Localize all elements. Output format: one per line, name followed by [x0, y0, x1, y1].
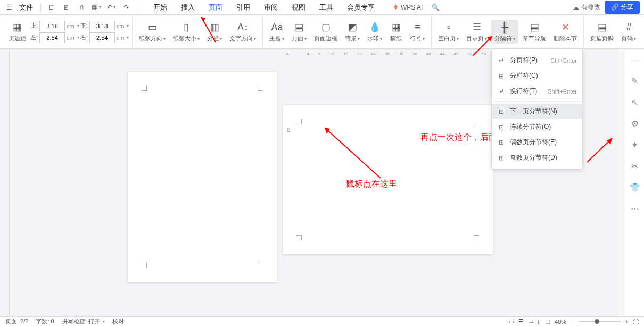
cursor-icon[interactable]: ↖: [630, 97, 640, 107]
cover-button[interactable]: ▤封面▾: [288, 20, 310, 44]
tab-start[interactable]: 开始: [147, 1, 174, 14]
ruler-tick: 52: [467, 52, 472, 56]
search-icon[interactable]: 🔍: [429, 1, 442, 14]
draft-button[interactable]: ▦稿纸: [386, 20, 406, 44]
cut-icon[interactable]: ✂: [630, 161, 640, 171]
adjust-icon[interactable]: ⚙: [630, 118, 640, 129]
view-mode-icon[interactable]: ▯: [538, 318, 541, 325]
zoom-slider[interactable]: [579, 321, 621, 322]
watermark-label: 水印▾: [367, 35, 382, 43]
oddpage-icon: ⊞: [497, 154, 506, 162]
dropdown-item-nextpage-section[interactable]: ⊟ 下一页分节符(N): [492, 104, 582, 119]
item-shortcut: Ctrl+Enter: [550, 57, 577, 64]
tab-review[interactable]: 审阅: [258, 1, 284, 14]
undo-icon[interactable]: ↶▾: [105, 1, 118, 14]
minus-icon[interactable]: —: [630, 54, 640, 65]
delete-section-button[interactable]: ✕删除本节: [550, 20, 580, 44]
view-mode-icon[interactable]: ☰: [518, 318, 524, 325]
toc-button[interactable]: ☰目录页▾: [463, 20, 490, 44]
spell-check-status[interactable]: 拼写检查: 打开 ▾: [62, 317, 105, 325]
chevron-down-icon[interactable]: ▾: [127, 23, 129, 28]
proofread-status[interactable]: 校对: [112, 317, 124, 325]
word-count[interactable]: 字数: 0: [36, 317, 54, 325]
cover-label: 封面▾: [292, 35, 307, 43]
border-icon: ▢: [319, 21, 332, 34]
drag-handle-icon[interactable]: ⠿: [286, 128, 290, 133]
theme-icon: Aa: [270, 21, 283, 34]
chevron-down-icon[interactable]: ▾: [77, 35, 79, 40]
tab-member[interactable]: 会员专享: [341, 1, 381, 14]
theme-button[interactable]: Aa主题▾: [266, 20, 287, 44]
tab-view[interactable]: 视图: [285, 1, 312, 14]
zoom-thumb[interactable]: [595, 319, 599, 324]
dropdown-item-continuous-section[interactable]: ⊡ 连续分节符(O): [492, 119, 582, 135]
more-icon[interactable]: ⋯: [630, 203, 640, 214]
watermark-button[interactable]: 💧水印▾: [364, 20, 385, 44]
page-1[interactable]: [128, 72, 277, 282]
ruler-tick: 4: [307, 52, 309, 56]
orientation-button[interactable]: ▭纸张方向▾: [136, 20, 169, 44]
tab-insert[interactable]: 插入: [175, 1, 201, 14]
hamburger-icon[interactable]: ☰: [4, 3, 14, 12]
margin-left-input[interactable]: [39, 32, 65, 43]
pencil-icon[interactable]: ✎: [630, 76, 640, 86]
margin-top-input[interactable]: [39, 21, 65, 31]
line-number-button[interactable]: ≡行号▾: [407, 20, 428, 44]
zoom-in-icon[interactable]: +: [625, 319, 629, 325]
preview-icon[interactable]: 🗐▾: [90, 1, 103, 14]
cloud-icon: ☁: [573, 4, 579, 11]
separator: [40, 3, 41, 12]
save-icon[interactable]: 🗋: [45, 1, 58, 14]
nav-arrows[interactable]: ‹ ›: [509, 319, 514, 325]
chevron-down-icon[interactable]: ▾: [77, 23, 79, 28]
wand-icon[interactable]: ✦: [630, 139, 640, 150]
dropdown-item-pagebreak[interactable]: ↵ 分页符(P) Ctrl+Enter: [492, 53, 582, 68]
item-label: 换行符(T): [510, 87, 543, 96]
columns-button[interactable]: ▥分栏▾: [204, 20, 225, 44]
dropdown-item-oddpage-section[interactable]: ⊞ 奇数页分节符(D): [492, 150, 582, 165]
ruler-tick: 24: [371, 52, 376, 56]
separator: [137, 3, 137, 12]
tab-tools[interactable]: 工具: [313, 1, 340, 14]
margin-bottom-input[interactable]: [89, 21, 115, 31]
page-status[interactable]: 页面: 2/2: [5, 317, 28, 325]
share-button[interactable]: 🔗 分享: [605, 1, 640, 14]
redo-icon[interactable]: ↷: [120, 1, 133, 14]
size-button[interactable]: ▯纸张大小▾: [170, 20, 203, 44]
continuous-icon: ⊡: [497, 123, 506, 131]
text-direction-button[interactable]: A↕文字方向▾: [226, 20, 259, 44]
dropdown-item-evenpage-section[interactable]: ⊞ 偶数页分节符(E): [492, 135, 582, 150]
header-footer-button[interactable]: ▤页眉页脚: [587, 20, 617, 44]
break-button[interactable]: ╫分隔符▾: [491, 20, 518, 44]
vertical-scrollbar[interactable]: [618, 49, 625, 316]
blank-page-button[interactable]: ▫空白页▾: [435, 20, 462, 44]
margin-button[interactable]: ▦ 页边距: [5, 20, 29, 44]
wps-ai-button[interactable]: ✦ WPS AI: [389, 2, 427, 12]
group-theme: Aa主题▾ ▤封面▾ ▢页面边框 ◩背景▾ 💧水印▾ ▦稿纸 ≡行号▾: [263, 16, 432, 48]
shirt-icon[interactable]: 👕: [630, 182, 640, 193]
tab-reference[interactable]: 引用: [230, 1, 257, 14]
chevron-down-icon[interactable]: ▾: [127, 35, 129, 40]
ruler-tick: 48: [454, 52, 459, 56]
bg-label: 背景▾: [345, 35, 360, 43]
view-mode-icon[interactable]: ▢: [545, 318, 550, 325]
has-changes-status[interactable]: ☁ 有修改: [573, 3, 600, 12]
theme-label: 主题▾: [269, 35, 284, 43]
background-button[interactable]: ◩背景▾: [342, 20, 363, 44]
zoom-out-icon[interactable]: −: [571, 319, 574, 325]
print-icon[interactable]: ⎙: [75, 1, 88, 14]
margin-right-input[interactable]: [89, 32, 115, 43]
dropdown-item-columnbreak[interactable]: ⊞ 分栏符(C): [492, 68, 582, 83]
new-icon[interactable]: 🗎: [60, 1, 73, 14]
tab-page[interactable]: 页面: [202, 1, 229, 14]
dropdown-item-linebreak[interactable]: ⤶ 换行符(T) Shift+Enter: [492, 83, 582, 99]
fullscreen-icon[interactable]: ⛶: [633, 319, 639, 325]
view-mode-icon[interactable]: ▭: [528, 318, 533, 325]
border-button[interactable]: ▢页面边框: [311, 20, 341, 44]
chapter-nav-button[interactable]: ▤章节导航: [519, 20, 549, 44]
page-number-button[interactable]: #页码▾: [618, 20, 639, 44]
margin-label: 页边距: [9, 35, 26, 43]
item-label: 奇数页分节符(D): [510, 153, 577, 162]
zoom-level[interactable]: 40%: [555, 319, 566, 325]
file-menu[interactable]: 文件: [16, 3, 36, 12]
